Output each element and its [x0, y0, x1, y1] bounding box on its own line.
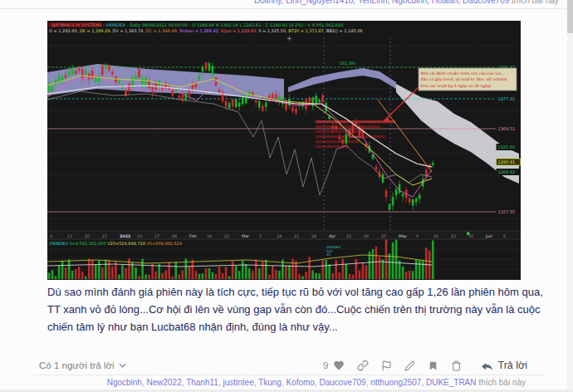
svg-text:28: 28 — [311, 234, 316, 238]
svg-text:1157.35: 1157.35 — [498, 209, 516, 214]
svg-text:VNINDEX V=4,541,562,600 V20=52: VNINDEX V=4,541,562,600 V20=524,849,728 … — [49, 241, 182, 246]
svg-text:O = 1,292.93, OX = 1,299.29, D: O = 1,292.93, OX = 1,299.29, DV = 1,343.… — [49, 28, 363, 34]
svg-text:18: 18 — [364, 234, 369, 238]
svg-text:1477.31: 1477.31 — [498, 96, 516, 101]
svg-text:Mar: Mar — [242, 234, 249, 238]
liker-link[interactable]: Tkung — [258, 378, 282, 387]
replies-toggle-label: Có 1 người trả lời — [39, 360, 115, 370]
heart-icon — [333, 360, 345, 371]
top-like-suffix: thích bài này — [509, 0, 558, 5]
svg-text:V5: V5 — [326, 252, 331, 257]
delete-button[interactable] — [451, 360, 462, 371]
edit-button[interactable] — [404, 360, 415, 371]
chevron-down-icon — [119, 363, 126, 368]
svg-text:12: 12 — [346, 234, 351, 238]
top-like-list: Dolinhy, Linh_Nguyen1410, YenLinh, Ngocb… — [254, 0, 559, 5]
replies-toggle[interactable]: Có 1 người trả lời — [39, 360, 126, 370]
liker-link[interactable]: justintee — [223, 378, 253, 387]
link-icon — [357, 360, 369, 371]
svg-text:+: + — [286, 35, 292, 42]
liker-link[interactable]: DUKE_TRAN — [426, 378, 477, 387]
svg-text:14: 14 — [277, 234, 282, 238]
svg-text:1325.50: 1325.50 — [498, 145, 516, 149]
forum-page: Dolinhy, Linh_Nguyen1410, YenLinh, Ngocb… — [0, 0, 573, 392]
svg-text:25: 25 — [381, 234, 386, 238]
svg-text:27: 27 — [102, 234, 107, 238]
like-count: 9 — [323, 360, 328, 370]
svg-text:6: 6 — [50, 234, 52, 238]
reply-button-label: Trả lời — [497, 360, 527, 371]
svg-text:Feb: Feb — [189, 234, 197, 238]
svg-text:7: 7 — [259, 234, 262, 238]
flag-icon — [381, 360, 392, 371]
svg-text:Nhà cái đánh chuẩn mem con cào: Nhà cái đánh chuẩn mem con cào-cào lun..… — [421, 71, 505, 76]
likes-separator — [33, 375, 544, 375]
svg-text:Apr: Apr — [329, 234, 335, 238]
bottom-like-list: Ngocbinh, New2022, Thanh11, justintee, T… — [0, 378, 526, 387]
pencil-icon — [404, 360, 415, 371]
liker-link[interactable]: Ngocbinh — [107, 378, 142, 387]
bookmark-button[interactable] — [428, 360, 438, 371]
svg-text:May: May — [399, 234, 407, 238]
svg-text:9: 9 — [416, 234, 419, 238]
liker-link[interactable]: Thanh11 — [186, 378, 218, 387]
svg-text:13: 13 — [67, 234, 72, 238]
top-liker-links[interactable]: Dolinhy, Linh_Nguyen1410, YenLinh, Ngocb… — [254, 0, 509, 5]
svg-text:1290.91: 1290.91 — [498, 159, 516, 164]
vnindex-chart-svg: 1586.821477.311369.511325.501290.911268.… — [47, 21, 521, 280]
svg-text:đâu có gãy trend, lại vượt kc: đâu có gãy trend, lại vượt kc fibo, với … — [421, 77, 507, 81]
svg-text:2022: 2022 — [120, 234, 130, 238]
svg-text:20: 20 — [85, 234, 90, 238]
liker-link[interactable]: Daucove709 — [319, 378, 365, 387]
post-action-bar: Có 1 người trả lời 9 — [39, 356, 527, 375]
svg-text:10: 10 — [137, 234, 142, 238]
bookmark-icon — [428, 360, 438, 371]
reply-button[interactable]: Trả lời — [481, 360, 527, 371]
link-button[interactable] — [357, 360, 369, 371]
liker-link[interactable]: Kofomo — [286, 378, 314, 387]
post-controls: 9 — [323, 360, 527, 371]
like-button[interactable] — [333, 360, 345, 371]
reply-arrow-icon — [481, 360, 493, 371]
trash-icon — [451, 360, 462, 371]
post-separator — [0, 8, 573, 9]
scrollbar[interactable] — [567, 0, 573, 392]
svg-text:- BATMAN ICHI SYSTEMS - VNINDE: - BATMAN ICHI SYSTEMS - VNINDEX - Daily … — [49, 22, 344, 28]
svg-text:khá cao (vượt bq 5 ngày và 20: khá cao (vượt bq 5 ngày và 20 ngày) — [421, 84, 492, 88]
svg-text:1369.51: 1369.51 — [498, 126, 516, 131]
chart-image[interactable]: 1586.821477.311369.511325.501290.911268.… — [47, 21, 521, 280]
svg-text:17: 17 — [154, 234, 159, 238]
liker-link[interactable]: ntthuong2507 — [370, 378, 421, 387]
svg-text:1268.42: 1268.42 — [498, 169, 516, 174]
bottom-like-suffix: thích bài này — [477, 378, 526, 387]
svg-text:21: 21 — [294, 234, 299, 238]
svg-text:23: 23 — [451, 234, 456, 238]
svg-text:21: 21 — [224, 234, 229, 238]
svg-text:24: 24 — [172, 234, 177, 238]
liker-link[interactable]: New2022 — [146, 378, 181, 387]
svg-text:14: 14 — [207, 234, 212, 238]
scrollbar-thumb[interactable] — [567, 0, 573, 33]
svg-text:16: 16 — [433, 234, 438, 238]
svg-text:6: 6 — [503, 234, 506, 238]
svg-text:Jun: Jun — [485, 234, 492, 238]
flag-button[interactable] — [381, 360, 392, 371]
post-text: Dù sao mình đánh giá phiên này là tích c… — [47, 283, 556, 336]
svg-text:161.8%: 161.8% — [340, 61, 355, 66]
